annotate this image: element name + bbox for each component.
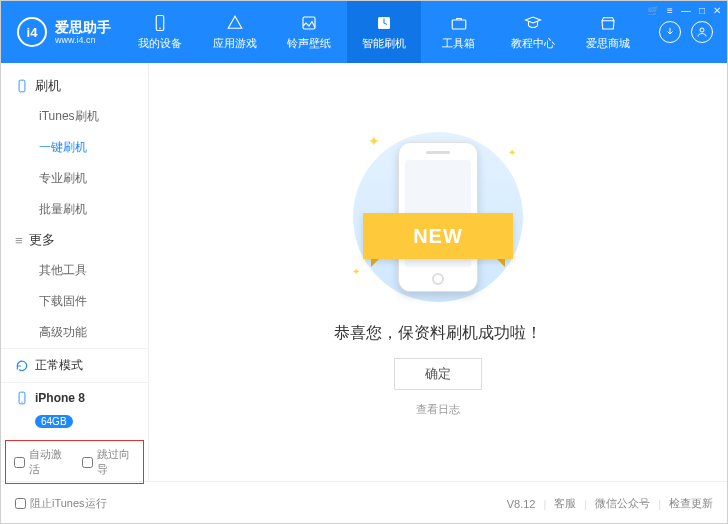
nav-tutorials[interactable]: 教程中心 (496, 1, 571, 63)
nav-label: 教程中心 (511, 36, 555, 51)
success-message: 恭喜您，保资料刷机成功啦！ (334, 323, 542, 344)
apps-icon (226, 14, 244, 32)
header-right (645, 21, 727, 43)
nav-label: 我的设备 (138, 36, 182, 51)
brand-name: 爱思助手 (55, 19, 111, 35)
sidebar-item-batch-flash[interactable]: 批量刷机 (15, 194, 148, 225)
block-itunes-checkbox[interactable]: 阻止iTunes运行 (15, 496, 107, 511)
maximize-icon[interactable]: □ (699, 5, 705, 16)
nav-label: 爱思商城 (586, 36, 630, 51)
view-log-link[interactable]: 查看日志 (416, 402, 460, 417)
svg-point-1 (160, 27, 162, 29)
flash-icon (375, 14, 393, 32)
sidebar-item-pro-flash[interactable]: 专业刷机 (15, 163, 148, 194)
device-icon (151, 14, 169, 32)
nav-label: 铃声壁纸 (287, 36, 331, 51)
nav-flash[interactable]: 智能刷机 (347, 1, 422, 63)
status-bar: 阻止iTunes运行 V8.12 | 客服 | 微信公众号 | 检查更新 (1, 481, 727, 524)
device-info[interactable]: iPhone 8 64GB (1, 382, 148, 436)
device-name: iPhone 8 (35, 391, 85, 405)
flash-options-box: 自动激活 跳过向导 (5, 440, 144, 484)
brand-site: www.i4.cn (55, 35, 111, 45)
cart-icon[interactable]: 🛒 (647, 5, 659, 16)
close-icon[interactable]: ✕ (713, 5, 721, 16)
svg-point-8 (21, 402, 22, 403)
minimize-icon[interactable]: — (681, 5, 691, 16)
download-icon[interactable] (659, 21, 681, 43)
phone-icon (15, 79, 29, 93)
store-icon (599, 14, 617, 32)
version-label: V8.12 (507, 498, 536, 510)
nav-label: 工具箱 (442, 36, 475, 51)
sidebar-item-advanced[interactable]: 高级功能 (15, 317, 148, 348)
sidebar: 刷机 iTunes刷机 一键刷机 专业刷机 批量刷机 ≡ 更多 其他工具 下载固… (1, 63, 149, 481)
nav-my-device[interactable]: 我的设备 (123, 1, 198, 63)
svg-rect-4 (452, 20, 466, 29)
svg-point-5 (700, 28, 704, 32)
check-update-link[interactable]: 检查更新 (669, 496, 713, 511)
group-title: 刷机 (35, 77, 61, 95)
success-illustration: ✦ ✦ ✦ NEW (338, 127, 538, 307)
menu-icon[interactable]: ≡ (667, 5, 673, 16)
spark-icon: ✦ (352, 266, 360, 277)
logo-icon: i4 (17, 17, 47, 47)
sidebar-item-other-tools[interactable]: 其他工具 (15, 255, 148, 286)
mode-label: 正常模式 (35, 357, 83, 374)
spark-icon: ✦ (508, 147, 516, 158)
wechat-link[interactable]: 微信公众号 (595, 496, 650, 511)
sidebar-item-oneclick-flash[interactable]: 一键刷机 (15, 132, 148, 163)
toolbox-icon (450, 14, 468, 32)
refresh-icon (15, 359, 29, 373)
nav-label: 应用游戏 (213, 36, 257, 51)
nav-store[interactable]: 爱思商城 (570, 1, 645, 63)
sidebar-group-more: ≡ 更多 (1, 225, 148, 255)
storage-badge: 64GB (35, 415, 73, 428)
spark-icon: ✦ (368, 133, 380, 149)
auto-activate-checkbox[interactable]: 自动激活 (14, 447, 68, 477)
sidebar-item-download-firmware[interactable]: 下载固件 (15, 286, 148, 317)
tutorial-icon (524, 14, 542, 32)
new-ribbon: NEW (363, 213, 513, 259)
app-header: 🛒 ≡ — □ ✕ i4 爱思助手 www.i4.cn 我的设备 应用游戏 铃声… (1, 1, 727, 63)
sidebar-group-flash: 刷机 (1, 71, 148, 101)
sidebar-item-itunes-flash[interactable]: iTunes刷机 (15, 101, 148, 132)
nav-apps[interactable]: 应用游戏 (198, 1, 273, 63)
more-icon: ≡ (15, 233, 23, 248)
device-mode[interactable]: 正常模式 (1, 348, 148, 382)
window-controls: 🛒 ≡ — □ ✕ (647, 5, 721, 16)
group-title: 更多 (29, 231, 55, 249)
nav-label: 智能刷机 (362, 36, 406, 51)
user-icon[interactable] (691, 21, 713, 43)
nav-toolbox[interactable]: 工具箱 (421, 1, 496, 63)
logo-area: i4 爱思助手 www.i4.cn (1, 17, 123, 47)
ok-button[interactable]: 确定 (394, 358, 482, 390)
skip-guide-checkbox[interactable]: 跳过向导 (82, 447, 136, 477)
top-nav: 我的设备 应用游戏 铃声壁纸 智能刷机 工具箱 教程中心 爱思商城 (123, 1, 645, 63)
wallpaper-icon (300, 14, 318, 32)
body: 刷机 iTunes刷机 一键刷机 专业刷机 批量刷机 ≡ 更多 其他工具 下载固… (1, 63, 727, 481)
nav-ringtones[interactable]: 铃声壁纸 (272, 1, 347, 63)
device-phone-icon (15, 391, 29, 405)
main-panel: ✦ ✦ ✦ NEW 恭喜您，保资料刷机成功啦！ 确定 查看日志 (149, 63, 727, 481)
svg-rect-6 (19, 80, 25, 92)
support-link[interactable]: 客服 (554, 496, 576, 511)
